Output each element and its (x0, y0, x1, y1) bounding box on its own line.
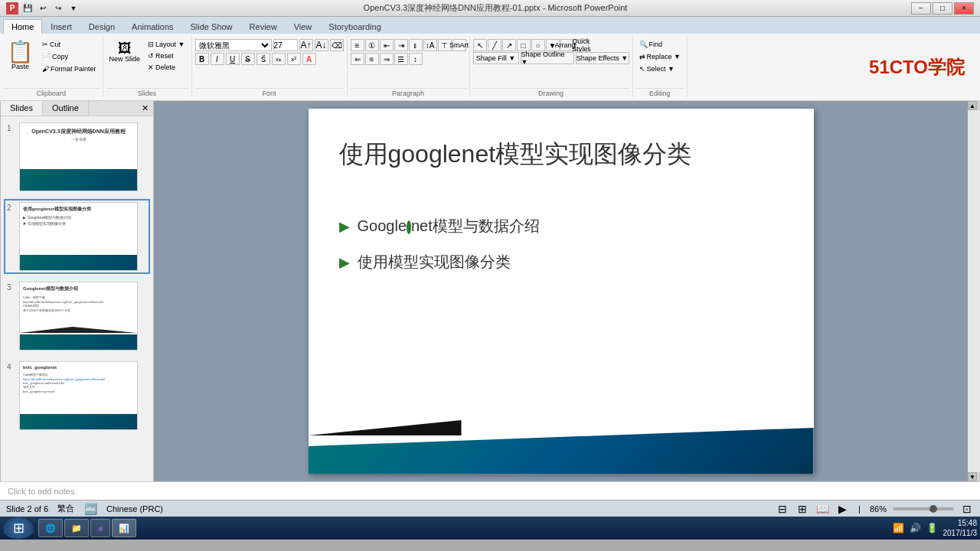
minimize-button[interactable]: − (911, 2, 931, 15)
font-name-selector[interactable]: 微软雅黑 (195, 39, 272, 51)
taskbar-explorer[interactable]: 📁 (64, 519, 89, 537)
tab-animations[interactable]: Animations (123, 19, 181, 34)
tray-network-icon[interactable]: 📶 (893, 522, 905, 534)
tab-outline[interactable]: Outline (43, 101, 89, 116)
taskbar-vs[interactable]: ● (90, 519, 110, 537)
font-color-button[interactable]: A (302, 53, 316, 65)
slide-title-text: 使用googlenet模型实现图像分类 (339, 140, 692, 168)
align-right-button[interactable]: ⇒ (380, 53, 394, 65)
increase-indent-button[interactable]: ⇥ (394, 39, 408, 51)
strikethrough-button[interactable]: S (241, 53, 255, 65)
bold-button[interactable]: B (195, 53, 209, 65)
quick-styles-button[interactable]: Quick Styles (575, 39, 589, 51)
oval-tool[interactable]: ○ (531, 39, 545, 51)
slide-title[interactable]: 使用googlenet模型实现图像分类 (339, 139, 783, 168)
new-slide-button[interactable]: 🖼 New Slide (106, 39, 144, 65)
connector-tool[interactable]: ↗ (502, 39, 516, 51)
italic-button[interactable]: I (211, 53, 224, 65)
copy-button[interactable]: 📄 Copy (39, 51, 100, 62)
select-tool[interactable]: ↖ (473, 39, 487, 51)
slideshow-icon[interactable]: ▶ (835, 502, 849, 516)
line-tool[interactable]: ╱ (488, 39, 501, 51)
close-button[interactable]: × (954, 2, 974, 15)
format-painter-button[interactable]: 🖌 Format Painter (39, 64, 100, 74)
slide-sorter-icon[interactable]: ⊞ (795, 502, 809, 516)
tab-review[interactable]: Review (241, 19, 286, 34)
reading-view-icon[interactable]: 📖 (815, 502, 829, 516)
numbering-button[interactable]: ① (365, 39, 379, 51)
justify-button[interactable]: ☰ (394, 53, 408, 65)
decrease-indent-button[interactable]: ⇤ (380, 39, 394, 51)
underline-button[interactable]: U (226, 53, 240, 65)
spell-check-icon[interactable]: 🔤 (83, 502, 97, 516)
maximize-button[interactable]: □ (933, 2, 952, 15)
delete-button[interactable]: ✕ Delete (145, 62, 188, 73)
slide-bullet-2: ▶ 使用模型实现图像分类 (339, 252, 783, 272)
subscript-button[interactable]: x₂ (272, 53, 286, 65)
quick-redo-icon[interactable]: ↪ (52, 2, 64, 15)
shape-buttons: ↖ ╱ ↗ □ ○ ▼ Arrange Quick Styles (473, 39, 589, 51)
scroll-up-button[interactable]: ▲ (968, 101, 977, 110)
decrease-font-button[interactable]: A↓ (315, 39, 328, 51)
cut-button[interactable]: ✂ Cut (39, 39, 100, 50)
slide-content[interactable]: ▶ Googlenet模型与数据介绍 ▶ 使用模型实现图像分类 (339, 216, 783, 288)
slide-item-1[interactable]: 1 OpenCV3.3深度神经网络DNN应用教程 一贫书斋 (4, 119, 150, 194)
tab-design[interactable]: Design (80, 19, 123, 34)
slide-item-3[interactable]: 3 Googlenet模型与数据介绍 Caffe - 模型下载 http://d… (4, 279, 150, 354)
slide-item-2[interactable]: 2 使用googlenet模型实现图像分类 ▶ Googlenet模型与数据介绍… (4, 199, 150, 274)
replace-button[interactable]: ⇄ Replace ▼ (636, 51, 684, 62)
tab-slideshow[interactable]: Slide Show (182, 19, 241, 34)
quick-access-more[interactable]: ▼ (67, 2, 80, 15)
slide-item-4[interactable]: 4 bvlc_googlenet Caffe模型下载地址 https://dl.… (4, 358, 150, 433)
zoom-slider[interactable] (893, 507, 954, 510)
superscript-button[interactable]: x² (287, 53, 301, 65)
font-group: 微软雅黑 A↑ A↓ ⌫ B I U S S̈ x₂ x² A (192, 37, 348, 97)
align-left-button[interactable]: ⇐ (351, 53, 364, 65)
reset-button[interactable]: ↺ Reset (145, 51, 188, 61)
clear-format-button[interactable]: ⌫ (330, 39, 344, 51)
shape-fill-button[interactable]: Shape Fill ▼ (473, 52, 519, 64)
text-cursor (407, 220, 411, 234)
rect-tool[interactable]: □ (517, 39, 531, 51)
increase-font-button[interactable]: A↑ (299, 39, 313, 51)
line-spacing-button[interactable]: ↕ (409, 53, 423, 65)
align-center-button[interactable]: ≡ (365, 53, 379, 65)
tab-slides[interactable]: Slides (1, 101, 43, 116)
zoom-fit-icon[interactable]: ⊡ (960, 502, 974, 516)
right-scrollbar[interactable]: ▲ ▼ (968, 101, 980, 481)
shadow-button[interactable]: S̈ (256, 53, 270, 65)
notes-area[interactable]: Click to add notes (0, 481, 980, 500)
taskbar-chrome[interactable]: 🌐 (38, 519, 63, 537)
windows-logo: ⊞ (13, 520, 24, 536)
slide-num-4: 4 (7, 361, 16, 430)
tab-view[interactable]: View (286, 19, 321, 34)
layout-button[interactable]: ⊟ Layout ▼ (145, 39, 188, 50)
font-size-input[interactable] (273, 39, 298, 51)
tab-home[interactable]: Home (3, 19, 42, 34)
find-button[interactable]: 🔍 Find (636, 39, 666, 50)
shape-outline-button[interactable]: Shape Outline ▼ (521, 52, 574, 64)
quick-undo-icon[interactable]: ↩ (37, 2, 49, 15)
slide-canvas[interactable]: 使用googlenet模型实现图像分类 ▶ Googlenet模型与数据介绍 ▶… (309, 109, 814, 474)
smartart-button[interactable]: SmArt (452, 39, 466, 51)
slide3-title: Googlenet模型与数据介绍 (20, 282, 137, 295)
text-direction-button[interactable]: ↕A (423, 39, 437, 51)
layout-label: Layout ▼ (155, 41, 185, 48)
normal-view-icon[interactable]: ⊟ (776, 502, 789, 516)
start-button[interactable]: ⊞ (3, 517, 34, 539)
tray-battery-icon[interactable]: 🔋 (926, 522, 939, 534)
tab-insert[interactable]: Insert (42, 19, 80, 34)
paste-button[interactable]: 📋 Paste (3, 39, 38, 73)
scroll-down-button[interactable]: ▼ (968, 472, 977, 481)
tab-storyboarding[interactable]: Storyboarding (320, 19, 390, 34)
quick-save-icon[interactable]: 💾 (21, 2, 34, 15)
tray-volume-icon[interactable]: 🔊 (910, 522, 922, 534)
bullets-button[interactable]: ≡ (351, 39, 364, 51)
taskbar-powerpoint[interactable]: 📊 (112, 519, 136, 537)
slides-panel-close[interactable]: ✕ (137, 101, 153, 116)
slide1-title: OpenCV3.3深度神经网络DNN应用教程 (20, 123, 137, 137)
select-button[interactable]: ↖ Select ▼ (636, 64, 678, 74)
slide4-bar (20, 414, 137, 429)
columns-button[interactable]: ⫾ (409, 39, 423, 51)
shape-effects-button[interactable]: Shape Effects ▼ (576, 52, 629, 64)
